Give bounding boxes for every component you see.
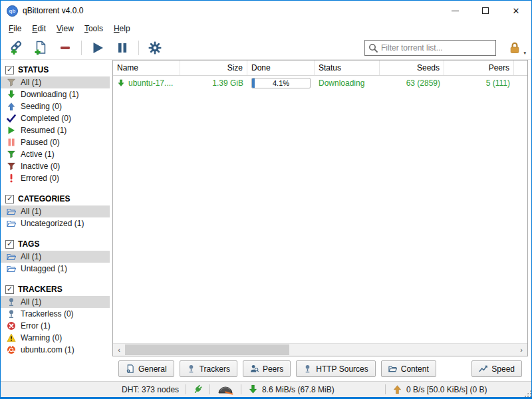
filter-torrent-input[interactable] bbox=[381, 43, 492, 53]
tags-checkbox[interactable] bbox=[5, 240, 14, 249]
delete-torrent-button[interactable] bbox=[57, 39, 74, 57]
tab-http-sources[interactable]: HTTP Sources bbox=[296, 360, 375, 377]
sidebar-item-inactive[interactable]: Inactive (0) bbox=[1, 160, 110, 172]
scrollbar-track[interactable] bbox=[125, 344, 515, 356]
column-header-peers[interactable]: Peers bbox=[444, 61, 514, 75]
peers-person-icon bbox=[250, 364, 259, 373]
sidebar-item-tracker-warning[interactable]: Warning (0) bbox=[1, 332, 110, 344]
sidebar-item-seeding[interactable]: Seeding (0) bbox=[1, 100, 110, 112]
options-button[interactable] bbox=[146, 39, 164, 57]
item-label: All (1) bbox=[21, 78, 41, 87]
column-header-status[interactable]: Status bbox=[315, 61, 380, 75]
item-label: Active (1) bbox=[21, 150, 55, 159]
trackers-checkbox[interactable] bbox=[5, 285, 14, 294]
lock-button[interactable]: ▾ bbox=[509, 40, 523, 56]
menu-edit[interactable]: Edit bbox=[27, 22, 51, 35]
gear-icon bbox=[148, 41, 162, 55]
item-label: Resumed (1) bbox=[21, 126, 66, 135]
torrent-row[interactable]: ubuntu-17.... 1.39 GiB 4.1% Downloading … bbox=[113, 76, 527, 90]
sidebar-item-untagged[interactable]: Untagged (1) bbox=[1, 263, 110, 275]
tab-peers[interactable]: Peers bbox=[243, 360, 291, 377]
connection-plug-icon[interactable] bbox=[193, 384, 203, 394]
sidebar-item-trackers-all[interactable]: All (1) bbox=[1, 296, 110, 308]
sidebar-item-status-all[interactable]: All (1) bbox=[1, 76, 110, 88]
column-header-done[interactable]: Done bbox=[247, 61, 315, 75]
category-folder-icon bbox=[7, 219, 16, 228]
menu-file[interactable]: File bbox=[3, 22, 27, 35]
item-label: Error (1) bbox=[21, 321, 51, 331]
sidebar-item-resumed[interactable]: Resumed (1) bbox=[1, 124, 110, 136]
title-bar: qb qBittorrent v4.0.0 ✕ bbox=[1, 1, 531, 21]
statusbar-separator bbox=[209, 384, 210, 394]
sidebar-item-ubuntu-tracker[interactable]: ubuntu.com (1) bbox=[1, 344, 110, 356]
column-header-size[interactable]: Size bbox=[180, 61, 247, 75]
menu-tools[interactable]: Tools bbox=[79, 22, 108, 35]
speed-button[interactable]: Speed bbox=[471, 360, 522, 377]
search-icon bbox=[368, 43, 378, 53]
resize-grip[interactable] bbox=[524, 390, 531, 397]
column-header-seeds[interactable]: Seeds bbox=[380, 61, 444, 75]
column-header-name[interactable]: Name bbox=[113, 61, 180, 75]
menu-help[interactable]: Help bbox=[108, 22, 136, 35]
upload-speed-segment[interactable]: 0 B/s [50.0 KiB/s] (0 B) bbox=[392, 384, 519, 394]
pause-button[interactable] bbox=[114, 39, 131, 57]
tab-label: Content bbox=[401, 364, 429, 374]
categories-checkbox[interactable] bbox=[5, 195, 14, 203]
item-label: Completed (0) bbox=[21, 114, 71, 123]
sidebar-item-completed[interactable]: Completed (0) bbox=[1, 112, 110, 124]
maximize-icon bbox=[482, 7, 489, 14]
statusbar-separator bbox=[241, 384, 241, 394]
row-downloading-icon bbox=[117, 79, 125, 87]
sidebar-item-paused[interactable]: Paused (0) bbox=[1, 136, 110, 148]
filter-all-icon bbox=[7, 78, 16, 87]
sidebar-item-trackerless[interactable]: Trackerless (0) bbox=[1, 308, 110, 320]
inactive-funnel-icon bbox=[7, 162, 16, 171]
upload-speed-text: 0 B/s [50.0 KiB/s] (0 B) bbox=[406, 385, 487, 394]
tab-label: Speed bbox=[491, 364, 515, 374]
sidebar-item-tracker-error[interactable]: Error (1) bbox=[1, 320, 110, 332]
sidebar-item-categories-all[interactable]: All (1) bbox=[1, 205, 110, 217]
resume-button[interactable] bbox=[89, 39, 106, 57]
item-label: All (1) bbox=[21, 297, 41, 307]
menu-view[interactable]: View bbox=[51, 22, 79, 35]
minimize-button[interactable] bbox=[440, 1, 470, 21]
pause-icon bbox=[115, 41, 130, 55]
toolbar-separator bbox=[81, 41, 82, 55]
sidebar-item-active[interactable]: Active (1) bbox=[1, 148, 110, 160]
close-button[interactable]: ✕ bbox=[501, 1, 531, 21]
tab-label: General bbox=[138, 364, 167, 374]
add-torrent-file-button[interactable] bbox=[32, 39, 49, 57]
speed-limit-gauge-icon[interactable] bbox=[217, 384, 234, 395]
table-header-row: Name Size Done Status Seeds Peers bbox=[113, 61, 527, 76]
sidebar-item-errored[interactable]: Errored (0) bbox=[1, 172, 110, 184]
tab-general[interactable]: General bbox=[118, 360, 174, 377]
tag-folder-icon bbox=[7, 264, 16, 273]
tab-label: Peers bbox=[263, 364, 283, 374]
maximize-button[interactable] bbox=[470, 1, 501, 21]
scroll-right-arrow[interactable]: › bbox=[515, 344, 527, 356]
sidebar-item-downloading[interactable]: Downloading (1) bbox=[1, 88, 110, 100]
download-speed-segment[interactable]: 8.6 MiB/s (67.8 MiB) bbox=[248, 384, 378, 394]
completed-check-icon bbox=[7, 114, 16, 123]
tab-content[interactable]: Content bbox=[381, 360, 436, 377]
tab-trackers[interactable]: Trackers bbox=[180, 360, 237, 377]
bottom-tab-bar: General Trackers Peers HTTP Sources Cont… bbox=[112, 356, 528, 381]
download-arrow-icon bbox=[248, 384, 258, 394]
scrollbar-thumb[interactable] bbox=[125, 344, 289, 355]
sidebar-item-uncategorized[interactable]: Uncategorized (1) bbox=[1, 217, 110, 229]
item-label: Untagged (1) bbox=[21, 264, 67, 273]
scroll-left-arrow[interactable]: ‹ bbox=[113, 344, 125, 356]
status-section-header: STATUS bbox=[1, 63, 110, 76]
category-folder-icon bbox=[7, 207, 16, 216]
tags-section-header: TAGS bbox=[1, 237, 110, 251]
status-section-title: STATUS bbox=[18, 65, 49, 74]
tracker-icon bbox=[7, 309, 16, 319]
add-link-icon bbox=[9, 41, 23, 55]
window-title: qBittorrent v4.0.0 bbox=[23, 6, 83, 15]
statusbar-separator bbox=[186, 384, 186, 394]
status-checkbox[interactable] bbox=[5, 66, 14, 74]
item-label: Trackerless (0) bbox=[21, 309, 74, 319]
add-torrent-link-button[interactable] bbox=[7, 39, 25, 57]
tag-folder-icon bbox=[7, 252, 16, 261]
sidebar-item-tags-all[interactable]: All (1) bbox=[1, 251, 110, 263]
